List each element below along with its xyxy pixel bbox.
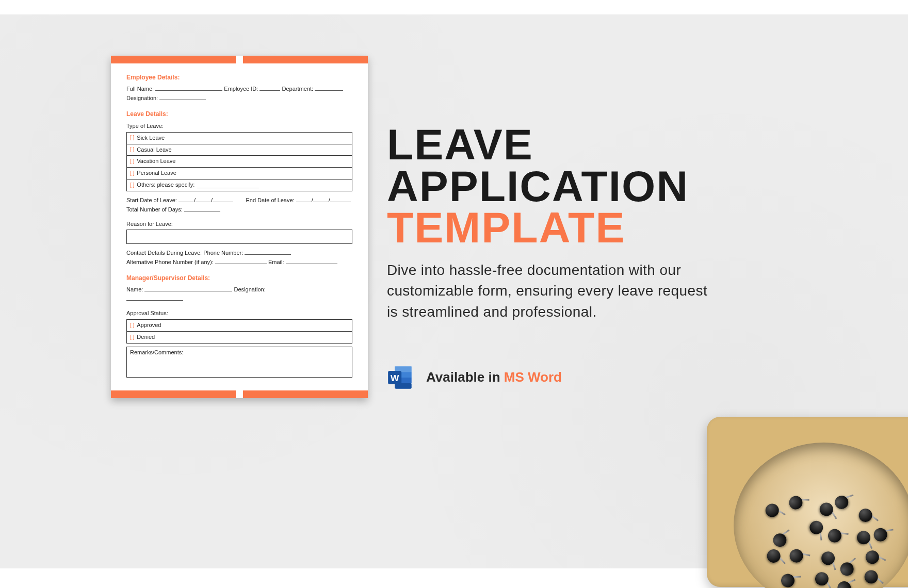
- section-heading-manager: Manager/Supervisor Details:: [126, 274, 352, 283]
- checkbox-icon: [ ]: [130, 158, 134, 166]
- table-row: [ ] Denied: [127, 332, 352, 343]
- reason-label: Reason for Leave:: [126, 220, 352, 228]
- blank-underline: [313, 197, 329, 202]
- checkbox-icon: [ ]: [130, 170, 134, 177]
- template-title: LEAVE APPLICATION TEMPLATE: [387, 124, 810, 249]
- title-line-accent: TEMPLATE: [387, 207, 810, 249]
- blank-underline: [260, 86, 280, 91]
- availability-row: W Available in MS Word: [387, 364, 810, 391]
- field-line: Name: Designation:: [126, 286, 352, 294]
- table-row: [ ] Sick Leave: [127, 133, 352, 144]
- table-row: [ ] Others: please specify:: [127, 179, 352, 191]
- leave-option: Others: please specify:: [137, 181, 194, 189]
- push-pins-prop: [707, 391, 908, 587]
- document-preview: Employee Details: Full Name: Employee ID…: [111, 56, 368, 398]
- remarks-label: Remarks/Comments:: [130, 349, 183, 355]
- contact-label: Contact Details During Leave: Phone Numb…: [126, 250, 243, 256]
- leave-option: Vacation Leave: [137, 157, 175, 166]
- leave-option: Personal Leave: [137, 169, 176, 177]
- department-label: Department:: [282, 86, 313, 92]
- blank-underline: [245, 249, 291, 255]
- field-line: Designation:: [126, 94, 352, 103]
- end-date-label: End Date of Leave:: [246, 197, 294, 203]
- approval-table: [ ] Approved [ ] Denied: [126, 319, 352, 344]
- start-date-label: Start Date of Leave:: [126, 197, 177, 203]
- employeeid-label: Employee ID:: [224, 86, 258, 92]
- section-heading-employee: Employee Details:: [126, 73, 352, 82]
- svg-text:W: W: [391, 372, 399, 383]
- field-line: Contact Details During Leave: Phone Numb…: [126, 249, 352, 257]
- leave-type-table: [ ] Sick Leave [ ] Casual Leave [ ] Vaca…: [126, 132, 352, 192]
- blank-underline: [196, 197, 211, 202]
- ms-word-icon: W: [387, 364, 414, 391]
- total-days-label: Total Number of Days:: [126, 206, 183, 213]
- doc-bottom-bar: [111, 390, 368, 398]
- approval-option: Denied: [137, 333, 155, 341]
- section-heading-leave: Leave Details:: [126, 110, 352, 119]
- leave-option: Casual Leave: [137, 146, 171, 154]
- manager-name-label: Name:: [126, 286, 143, 292]
- reason-box: [126, 230, 352, 244]
- leave-option: Sick Leave: [137, 134, 165, 142]
- blank-underline: [155, 86, 222, 91]
- checkbox-icon: [ ]: [130, 322, 134, 330]
- field-line: Full Name: Employee ID: Department:: [126, 85, 352, 93]
- blank-underline: [179, 197, 194, 202]
- availability-prefix: Available in: [426, 369, 504, 385]
- blank-underline: [330, 197, 351, 202]
- checkbox-icon: [ ]: [130, 334, 134, 341]
- type-of-leave-label: Type of Leave:: [126, 122, 352, 130]
- remarks-box: Remarks/Comments:: [126, 347, 352, 378]
- blank-underline: [215, 258, 267, 264]
- blank-underline: [184, 206, 220, 211]
- blank-underline: [315, 86, 343, 91]
- checkbox-icon: [ ]: [130, 134, 134, 142]
- field-line: Alternative Phone Number (if any): Email…: [126, 258, 352, 267]
- template-description: Dive into hassle-free documentation with…: [387, 260, 722, 323]
- alt-phone-label: Alternative Phone Number (if any):: [126, 259, 214, 265]
- blank-underline: [144, 286, 232, 291]
- approval-option: Approved: [137, 321, 161, 330]
- checkbox-icon: [ ]: [130, 146, 134, 154]
- blank-underline: [197, 183, 259, 188]
- doc-content: Employee Details: Full Name: Employee ID…: [111, 63, 368, 384]
- blank-underline: [159, 94, 206, 100]
- doc-top-bar: [111, 56, 368, 63]
- field-line: Start Date of Leave: // End Date of Leav…: [126, 197, 352, 205]
- blank-underline: [296, 197, 312, 202]
- table-row: [ ] Personal Leave: [127, 168, 352, 179]
- manager-designation-label: Designation:: [234, 286, 266, 292]
- checkbox-icon: [ ]: [130, 182, 134, 189]
- marketing-text: LEAVE APPLICATION TEMPLATE Dive into has…: [387, 124, 810, 391]
- table-row: [ ] Approved: [127, 320, 352, 332]
- blank-underline: [213, 197, 233, 202]
- approval-status-label: Approval Status:: [126, 309, 352, 318]
- table-row: [ ] Vacation Leave: [127, 156, 352, 168]
- table-row: [ ] Casual Leave: [127, 144, 352, 156]
- fullname-label: Full Name:: [126, 86, 154, 92]
- designation-label: Designation:: [126, 95, 158, 101]
- blank-underline: [286, 258, 337, 264]
- field-line: Total Number of Days:: [126, 206, 352, 214]
- blank-underline: [126, 295, 183, 301]
- availability-text: Available in MS Word: [426, 369, 562, 385]
- availability-accent: MS Word: [504, 369, 562, 385]
- email-label: Email:: [268, 259, 284, 265]
